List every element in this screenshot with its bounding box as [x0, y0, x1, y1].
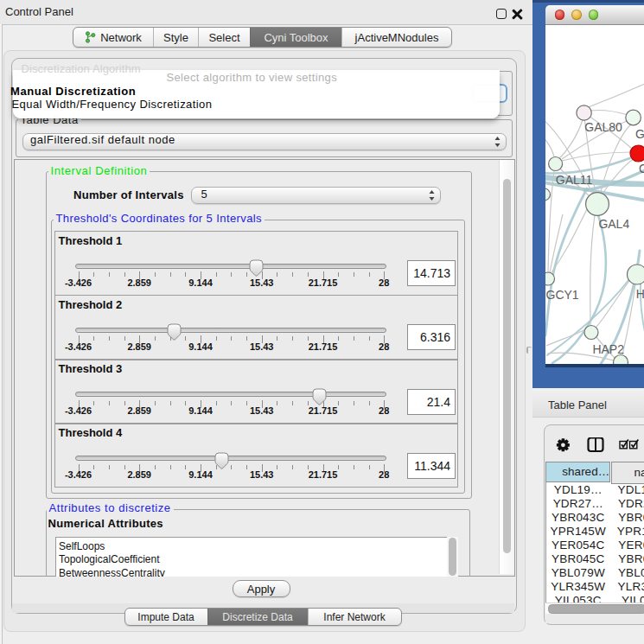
svg-text:GAL4: GAL4 — [598, 216, 629, 230]
svg-text:GAL11: GAL11 — [556, 172, 593, 186]
svg-text:HI: HI — [636, 287, 644, 301]
svg-text:GAL80: GAL80 — [584, 119, 622, 133]
svg-text:CY: CY — [639, 161, 644, 175]
svg-text:GA: GA — [635, 127, 644, 141]
svg-text:HAP2: HAP2 — [592, 341, 624, 355]
svg-text:GCY1: GCY1 — [546, 288, 579, 302]
